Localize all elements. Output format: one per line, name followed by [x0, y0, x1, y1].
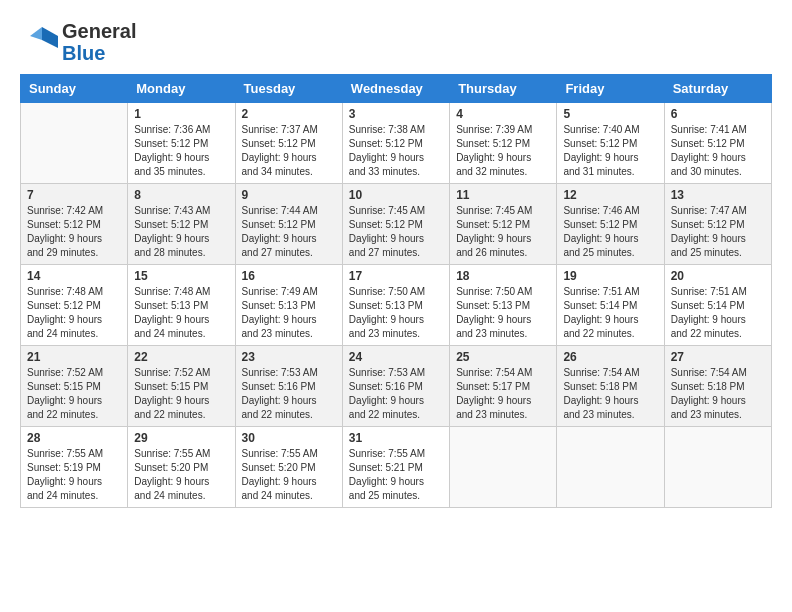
calendar-cell: 1Sunrise: 7:36 AM Sunset: 5:12 PM Daylig… [128, 103, 235, 184]
calendar-cell: 4Sunrise: 7:39 AM Sunset: 5:12 PM Daylig… [450, 103, 557, 184]
day-number: 17 [349, 269, 443, 283]
day-number: 6 [671, 107, 765, 121]
calendar-cell: 28Sunrise: 7:55 AM Sunset: 5:19 PM Dayli… [21, 427, 128, 508]
logo-icon [20, 22, 60, 62]
calendar-cell [21, 103, 128, 184]
day-number: 24 [349, 350, 443, 364]
day-info: Sunrise: 7:47 AM Sunset: 5:12 PM Dayligh… [671, 204, 765, 260]
calendar-cell: 21Sunrise: 7:52 AM Sunset: 5:15 PM Dayli… [21, 346, 128, 427]
calendar-week-2: 14Sunrise: 7:48 AM Sunset: 5:12 PM Dayli… [21, 265, 772, 346]
calendar-week-3: 21Sunrise: 7:52 AM Sunset: 5:15 PM Dayli… [21, 346, 772, 427]
day-info: Sunrise: 7:54 AM Sunset: 5:18 PM Dayligh… [671, 366, 765, 422]
calendar-cell: 18Sunrise: 7:50 AM Sunset: 5:13 PM Dayli… [450, 265, 557, 346]
day-number: 9 [242, 188, 336, 202]
day-info: Sunrise: 7:40 AM Sunset: 5:12 PM Dayligh… [563, 123, 657, 179]
calendar-cell: 27Sunrise: 7:54 AM Sunset: 5:18 PM Dayli… [664, 346, 771, 427]
calendar-cell: 8Sunrise: 7:43 AM Sunset: 5:12 PM Daylig… [128, 184, 235, 265]
weekday-header-sunday: Sunday [21, 75, 128, 103]
logo-line2: Blue [62, 42, 136, 64]
calendar-cell: 23Sunrise: 7:53 AM Sunset: 5:16 PM Dayli… [235, 346, 342, 427]
calendar-body: 1Sunrise: 7:36 AM Sunset: 5:12 PM Daylig… [21, 103, 772, 508]
day-info: Sunrise: 7:48 AM Sunset: 5:13 PM Dayligh… [134, 285, 228, 341]
day-info: Sunrise: 7:46 AM Sunset: 5:12 PM Dayligh… [563, 204, 657, 260]
calendar-cell: 10Sunrise: 7:45 AM Sunset: 5:12 PM Dayli… [342, 184, 449, 265]
calendar-cell: 30Sunrise: 7:55 AM Sunset: 5:20 PM Dayli… [235, 427, 342, 508]
day-number: 22 [134, 350, 228, 364]
day-info: Sunrise: 7:55 AM Sunset: 5:20 PM Dayligh… [134, 447, 228, 503]
calendar-cell: 2Sunrise: 7:37 AM Sunset: 5:12 PM Daylig… [235, 103, 342, 184]
day-info: Sunrise: 7:38 AM Sunset: 5:12 PM Dayligh… [349, 123, 443, 179]
calendar-cell [450, 427, 557, 508]
day-number: 7 [27, 188, 121, 202]
day-info: Sunrise: 7:41 AM Sunset: 5:12 PM Dayligh… [671, 123, 765, 179]
weekday-header-wednesday: Wednesday [342, 75, 449, 103]
day-number: 8 [134, 188, 228, 202]
calendar-cell: 31Sunrise: 7:55 AM Sunset: 5:21 PM Dayli… [342, 427, 449, 508]
day-info: Sunrise: 7:45 AM Sunset: 5:12 PM Dayligh… [349, 204, 443, 260]
day-number: 26 [563, 350, 657, 364]
day-info: Sunrise: 7:37 AM Sunset: 5:12 PM Dayligh… [242, 123, 336, 179]
calendar-cell: 22Sunrise: 7:52 AM Sunset: 5:15 PM Dayli… [128, 346, 235, 427]
day-number: 20 [671, 269, 765, 283]
weekday-header-tuesday: Tuesday [235, 75, 342, 103]
calendar-cell [664, 427, 771, 508]
day-number: 16 [242, 269, 336, 283]
day-number: 23 [242, 350, 336, 364]
calendar-cell: 5Sunrise: 7:40 AM Sunset: 5:12 PM Daylig… [557, 103, 664, 184]
day-info: Sunrise: 7:55 AM Sunset: 5:21 PM Dayligh… [349, 447, 443, 503]
day-number: 19 [563, 269, 657, 283]
day-number: 12 [563, 188, 657, 202]
day-info: Sunrise: 7:50 AM Sunset: 5:13 PM Dayligh… [456, 285, 550, 341]
day-info: Sunrise: 7:43 AM Sunset: 5:12 PM Dayligh… [134, 204, 228, 260]
day-number: 30 [242, 431, 336, 445]
day-number: 15 [134, 269, 228, 283]
day-info: Sunrise: 7:49 AM Sunset: 5:13 PM Dayligh… [242, 285, 336, 341]
day-info: Sunrise: 7:53 AM Sunset: 5:16 PM Dayligh… [349, 366, 443, 422]
weekday-header-saturday: Saturday [664, 75, 771, 103]
calendar-cell: 6Sunrise: 7:41 AM Sunset: 5:12 PM Daylig… [664, 103, 771, 184]
day-number: 28 [27, 431, 121, 445]
day-info: Sunrise: 7:51 AM Sunset: 5:14 PM Dayligh… [671, 285, 765, 341]
day-info: Sunrise: 7:55 AM Sunset: 5:19 PM Dayligh… [27, 447, 121, 503]
day-info: Sunrise: 7:51 AM Sunset: 5:14 PM Dayligh… [563, 285, 657, 341]
weekday-header-thursday: Thursday [450, 75, 557, 103]
day-number: 29 [134, 431, 228, 445]
day-number: 21 [27, 350, 121, 364]
calendar-week-4: 28Sunrise: 7:55 AM Sunset: 5:19 PM Dayli… [21, 427, 772, 508]
weekday-header-monday: Monday [128, 75, 235, 103]
calendar-table: SundayMondayTuesdayWednesdayThursdayFrid… [20, 74, 772, 508]
day-number: 2 [242, 107, 336, 121]
calendar-cell: 12Sunrise: 7:46 AM Sunset: 5:12 PM Dayli… [557, 184, 664, 265]
day-number: 31 [349, 431, 443, 445]
day-info: Sunrise: 7:52 AM Sunset: 5:15 PM Dayligh… [27, 366, 121, 422]
day-number: 27 [671, 350, 765, 364]
day-number: 18 [456, 269, 550, 283]
day-number: 4 [456, 107, 550, 121]
day-info: Sunrise: 7:48 AM Sunset: 5:12 PM Dayligh… [27, 285, 121, 341]
day-info: Sunrise: 7:54 AM Sunset: 5:17 PM Dayligh… [456, 366, 550, 422]
calendar-cell: 15Sunrise: 7:48 AM Sunset: 5:13 PM Dayli… [128, 265, 235, 346]
logo-line1: General [62, 20, 136, 42]
calendar-cell: 20Sunrise: 7:51 AM Sunset: 5:14 PM Dayli… [664, 265, 771, 346]
calendar-cell: 14Sunrise: 7:48 AM Sunset: 5:12 PM Dayli… [21, 265, 128, 346]
calendar-cell: 9Sunrise: 7:44 AM Sunset: 5:12 PM Daylig… [235, 184, 342, 265]
day-number: 13 [671, 188, 765, 202]
day-info: Sunrise: 7:42 AM Sunset: 5:12 PM Dayligh… [27, 204, 121, 260]
calendar-week-0: 1Sunrise: 7:36 AM Sunset: 5:12 PM Daylig… [21, 103, 772, 184]
day-info: Sunrise: 7:44 AM Sunset: 5:12 PM Dayligh… [242, 204, 336, 260]
calendar-cell: 7Sunrise: 7:42 AM Sunset: 5:12 PM Daylig… [21, 184, 128, 265]
calendar-cell: 11Sunrise: 7:45 AM Sunset: 5:12 PM Dayli… [450, 184, 557, 265]
day-number: 11 [456, 188, 550, 202]
day-number: 3 [349, 107, 443, 121]
day-info: Sunrise: 7:50 AM Sunset: 5:13 PM Dayligh… [349, 285, 443, 341]
day-info: Sunrise: 7:54 AM Sunset: 5:18 PM Dayligh… [563, 366, 657, 422]
day-info: Sunrise: 7:39 AM Sunset: 5:12 PM Dayligh… [456, 123, 550, 179]
day-number: 5 [563, 107, 657, 121]
day-info: Sunrise: 7:55 AM Sunset: 5:20 PM Dayligh… [242, 447, 336, 503]
weekday-row: SundayMondayTuesdayWednesdayThursdayFrid… [21, 75, 772, 103]
calendar-cell: 13Sunrise: 7:47 AM Sunset: 5:12 PM Dayli… [664, 184, 771, 265]
day-info: Sunrise: 7:36 AM Sunset: 5:12 PM Dayligh… [134, 123, 228, 179]
calendar-week-1: 7Sunrise: 7:42 AM Sunset: 5:12 PM Daylig… [21, 184, 772, 265]
page-header: General Blue [20, 20, 772, 64]
calendar-cell: 24Sunrise: 7:53 AM Sunset: 5:16 PM Dayli… [342, 346, 449, 427]
